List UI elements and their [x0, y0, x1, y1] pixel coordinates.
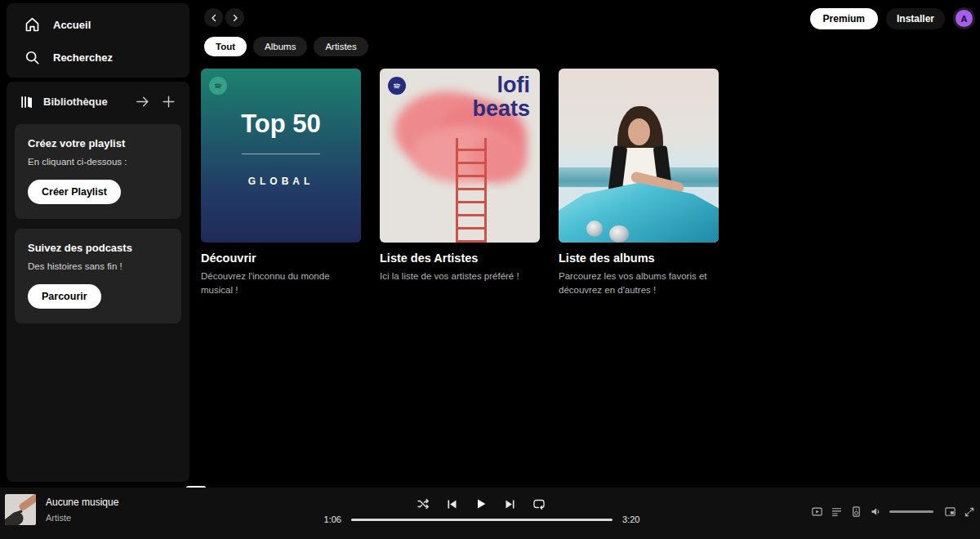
- card-title: Découvrir: [201, 252, 361, 265]
- repeat-icon[interactable]: [532, 497, 546, 510]
- chevron-left-icon: [209, 13, 219, 23]
- card-description: Parcourez les vos albums favoris et déco…: [559, 270, 719, 298]
- next-track-icon[interactable]: [504, 498, 516, 510]
- podcasts-card: Suivez des podcasts Des histoires sans f…: [15, 229, 181, 323]
- spotify-logo-icon: [388, 77, 406, 95]
- podcasts-subtitle: Des histoires sans fin !: [28, 261, 168, 271]
- library-icon[interactable]: [20, 95, 34, 109]
- install-button[interactable]: Installer: [886, 8, 945, 29]
- create-playlist-button[interactable]: Créer Playlist: [28, 180, 121, 204]
- back-button[interactable]: [204, 8, 223, 27]
- card-liste-albums[interactable]: Liste des albums Parcourez les vos album…: [559, 69, 719, 298]
- library-header: Bibliothèque: [7, 82, 189, 118]
- premium-button[interactable]: Premium: [810, 8, 878, 29]
- queue-icon[interactable]: [831, 506, 843, 518]
- total-time: 3:20: [622, 514, 642, 524]
- shuffle-icon[interactable]: [416, 497, 430, 510]
- ladder-shape: [456, 138, 487, 243]
- woman-face: [628, 118, 650, 145]
- sidebar-nav-panel: Accueil Recherchez: [7, 3, 189, 78]
- expand-library-arrow-icon[interactable]: [135, 94, 150, 109]
- chip-tout[interactable]: Tout: [204, 37, 247, 56]
- sidebar-library-panel: Bibliothèque Créez votre playlist En cli…: [7, 82, 189, 482]
- avatar-letter: A: [956, 10, 973, 27]
- filter-chips: Tout Albums Artistes: [204, 37, 368, 56]
- volume-slider[interactable]: [889, 510, 933, 513]
- top50-title-text: Top 50: [201, 109, 361, 139]
- forward-button[interactable]: [225, 8, 244, 27]
- playback-controls: [416, 497, 546, 510]
- chip-artistes[interactable]: Artistes: [314, 37, 368, 56]
- player-bar: Aucune musique Artiste: [0, 488, 980, 539]
- top-right-actions: Premium Installer A: [810, 7, 975, 29]
- browse-podcasts-button[interactable]: Parcourir: [28, 284, 101, 309]
- car-headlight: [609, 225, 629, 243]
- progress-row: 1:06 3:20: [322, 514, 642, 524]
- cards-grid: Top 50 GLOBAL Découvrir Découvrez l'inco…: [201, 69, 719, 298]
- miniplayer-icon[interactable]: [944, 506, 956, 518]
- create-playlist-card: Créez votre playlist En cliquant ci-dess…: [15, 124, 181, 219]
- chip-albums[interactable]: Albums: [253, 37, 307, 56]
- player-right-controls: [811, 506, 975, 518]
- card-decouvrir[interactable]: Top 50 GLOBAL Découvrir Découvrez l'inco…: [201, 69, 361, 298]
- create-playlist-title: Créez votre playlist: [28, 137, 168, 149]
- previous-track-icon[interactable]: [446, 498, 458, 510]
- top50-global-text: GLOBAL: [201, 176, 361, 187]
- card-description: Ici la liste de vos artistes préféré !: [380, 270, 540, 283]
- now-playing-view-icon[interactable]: [811, 506, 823, 518]
- fullscreen-icon[interactable]: [964, 506, 975, 518]
- chevron-right-icon: [230, 13, 240, 23]
- library-title: Bibliothèque: [43, 96, 108, 108]
- top50-cover-art: Top 50 GLOBAL: [201, 69, 361, 243]
- track-artist: Artiste: [46, 513, 118, 523]
- play-icon[interactable]: [474, 497, 488, 510]
- sidebar-item-search[interactable]: Recherchez: [7, 41, 189, 74]
- sidebar-item-home-label: Accueil: [53, 19, 91, 31]
- lofi-beats-text: lofi beats: [472, 74, 530, 121]
- current-time: 1:06: [322, 514, 341, 524]
- album-art-hand: [18, 494, 36, 512]
- albums-cover-photo: [559, 69, 719, 243]
- progress-bar[interactable]: [351, 519, 612, 521]
- home-icon: [24, 16, 41, 33]
- create-playlist-subtitle: En cliquant ci-dessous :: [28, 157, 168, 167]
- album-art-thumbnail: [5, 494, 36, 525]
- top50-divider: [242, 154, 320, 154]
- sidebar-item-search-label: Recherchez: [53, 51, 113, 64]
- car-headlight: [586, 220, 603, 237]
- card-description: Découvrez l'inconnu du monde musical !: [201, 270, 361, 298]
- card-title: Liste des albums: [559, 252, 719, 265]
- card-title: Liste des Artistes: [380, 252, 540, 265]
- track-title: Aucune musique: [46, 497, 118, 508]
- card-liste-artistes[interactable]: lofi beats Liste des Artistes Ici la lis…: [380, 69, 540, 298]
- volume-icon[interactable]: [870, 506, 882, 518]
- track-meta: Aucune musique Artiste: [46, 497, 118, 523]
- spotify-logo-icon: [209, 77, 227, 95]
- account-avatar[interactable]: A: [953, 7, 975, 29]
- podcasts-title: Suivez des podcasts: [28, 242, 168, 254]
- add-playlist-plus-icon[interactable]: [161, 94, 176, 109]
- sidebar-item-home[interactable]: Accueil: [7, 8, 189, 41]
- lofi-cover-art: lofi beats: [380, 69, 540, 243]
- connect-device-icon[interactable]: [850, 506, 862, 518]
- search-icon: [24, 49, 41, 66]
- album-art-shadow-hand: [5, 509, 26, 525]
